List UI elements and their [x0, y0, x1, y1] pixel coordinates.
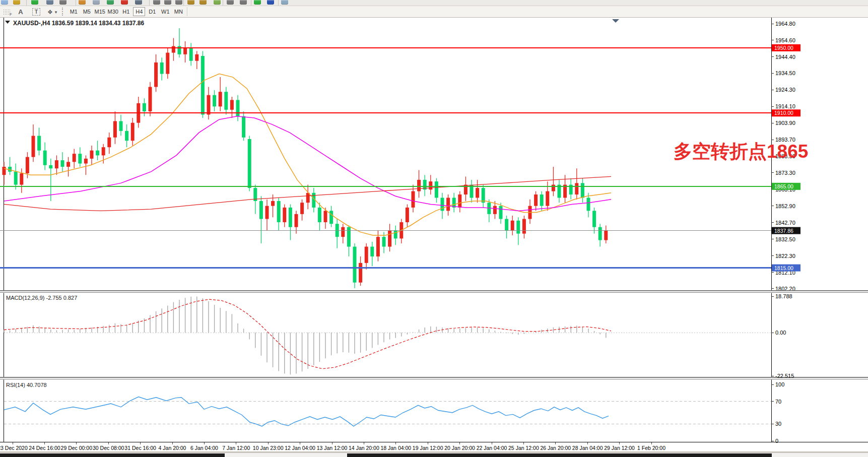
price-tick-label: 1852.90	[775, 203, 795, 209]
time-tick-label: 24 Dec 16:00	[29, 445, 60, 451]
rsi-scale-label: 30	[775, 421, 781, 427]
toolbar-separator	[62, 8, 63, 16]
new-chart-icon[interactable]	[31, 0, 38, 5]
timeframe-bar: M1 M5 M15 M30 H1 H4 D1 W1 MN	[67, 7, 185, 16]
time-tick-label: 28 Jan 04:00	[572, 445, 603, 451]
terminal-icon[interactable]	[135, 0, 142, 5]
stop-icon[interactable]	[121, 0, 128, 5]
search-magnifier-icon[interactable]	[13, 0, 20, 5]
rsi-scale-label: 0	[775, 438, 778, 444]
chart-title: XAUUSD-,H4 1836.59 1839.14 1834.43 1837.…	[13, 20, 145, 27]
tf-m30[interactable]: M30	[107, 7, 119, 16]
tf-h4[interactable]: H4	[133, 7, 145, 16]
price-tick-label: 1903.90	[775, 120, 795, 126]
price-tick-label: 1944.40	[775, 54, 795, 60]
time-tick-label: 25 Jan 12:00	[508, 445, 539, 451]
data-window-icon[interactable]	[281, 0, 288, 5]
objects-tool-icon[interactable]: ❖	[47, 8, 53, 17]
zoom-in-icon[interactable]	[187, 0, 194, 5]
crosshair-icon[interactable]	[164, 0, 171, 5]
toolbar-separator	[187, 7, 188, 16]
profiles-icon[interactable]	[46, 0, 53, 5]
svg-text:1865.00: 1865.00	[774, 183, 793, 189]
rsi-scale-label: 100	[775, 381, 784, 387]
time-tick-label: 29 Jan 12:00	[604, 445, 635, 451]
price-tick-label: 1822.30	[775, 253, 795, 259]
price-tick-label: 1934.50	[775, 70, 795, 76]
time-tick-label: 12 Jan 04:00	[285, 445, 315, 451]
rsi-label: RSI(14) 40.7078	[6, 382, 47, 388]
add-indicator-icon[interactable]	[254, 0, 261, 5]
macd-scale-label: 0.00	[775, 330, 786, 336]
tf-d1[interactable]: D1	[146, 7, 158, 16]
toolbar-timeframes: F A T ❖ ▾ M1 M5 M15 M30 H1 H4 D1 W1 MN	[0, 6, 868, 18]
history-center-icon[interactable]	[79, 0, 86, 5]
expert-advisors-icon[interactable]	[107, 0, 114, 5]
time-tick-label: 31 Dec 16:00	[124, 445, 156, 451]
rsi-scale-label: 70	[775, 399, 781, 405]
price-tick-label: 1964.80	[775, 21, 795, 27]
help-icon[interactable]	[267, 0, 274, 5]
price-tick-label: 1914.10	[775, 103, 795, 109]
taskbar-segment	[0, 453, 225, 457]
strategy-tester-icon[interactable]	[93, 0, 100, 5]
svg-text:1950.00: 1950.00	[774, 45, 793, 51]
price-tick-label: 1842.70	[775, 220, 795, 226]
time-tick-label: 18 Jan 04:00	[380, 445, 411, 451]
time-tick-label: 1 Feb 20:00	[637, 445, 665, 451]
time-tick-label: 6 Jan 04:00	[190, 445, 218, 451]
vertical-line-icon[interactable]	[175, 0, 182, 5]
svg-text:1815.00: 1815.00	[774, 265, 793, 271]
time-tick-label: 14 Jan 20:00	[349, 445, 379, 451]
price-tick-label: 1954.60	[775, 37, 795, 43]
indicator-list-icon[interactable]	[214, 0, 221, 5]
time-tick-label: 10 Jan 23:00	[253, 445, 284, 451]
price-tick-label: 1873.30	[775, 170, 795, 176]
tf-m15[interactable]: M15	[94, 7, 106, 16]
tf-m1[interactable]: M1	[68, 7, 80, 16]
price-tick-label: 1832.50	[775, 236, 795, 242]
time-tick-label: 13 Jan 12:00	[317, 445, 348, 451]
chart-window[interactable]: 1964.801954.601944.401934.501924.301914.…	[0, 0, 868, 457]
time-tick-label: 22 Jan 04:00	[477, 445, 507, 451]
new-order-icon[interactable]	[1, 0, 8, 5]
text-tool-icon[interactable]: A	[15, 8, 26, 17]
macd-scale-label: 18.788	[775, 293, 792, 299]
time-tick-label: 29 Dec 00:00	[61, 445, 93, 451]
time-tick-label: 4 Jan 20:00	[159, 445, 186, 451]
label-tool-icon[interactable]: T	[32, 8, 40, 16]
time-tick-label: 20 Jan 20:00	[444, 445, 475, 451]
svg-text:1910.00: 1910.00	[774, 110, 793, 116]
chart-plot-area[interactable]	[0, 17, 868, 451]
tf-h1[interactable]: H1	[120, 7, 132, 16]
macd-label: MACD(12,26,9) -2.755 0.827	[6, 295, 77, 301]
time-tick-label: 7 Jan 12:00	[222, 445, 250, 451]
chart-annotation[interactable]: 多空转折点1865	[674, 141, 808, 162]
template-grid-icon[interactable]: F	[3, 9, 10, 15]
objects-caret-icon[interactable]: ▾	[55, 8, 57, 17]
time-tick-label: 30 Dec 08:00	[93, 445, 124, 451]
time-tick-label: 26 Jan 20:00	[540, 445, 571, 451]
auto-scroll-icon[interactable]	[240, 0, 247, 5]
tf-w1[interactable]: W1	[159, 7, 171, 16]
svg-text:1837.86: 1837.86	[774, 228, 793, 234]
tf-mn[interactable]: MN	[172, 7, 184, 16]
price-tick-label: 1924.30	[775, 87, 795, 93]
macd-scale-label: -22.515	[775, 373, 794, 379]
mt4-window: { "toolbar": { "row1_icons": [ {"x":2,"n…	[0, 0, 868, 457]
profiles-caret-icon[interactable]	[59, 0, 66, 5]
toolbar-standard	[0, 0, 868, 6]
chart-shift-icon[interactable]	[227, 0, 234, 5]
taskbar-segment	[347, 453, 772, 457]
zoom-out-icon[interactable]	[199, 0, 207, 5]
time-tick-label: 19 Jan 12:00	[413, 445, 443, 451]
cursor-icon[interactable]	[153, 0, 160, 5]
status-bar	[0, 453, 868, 457]
time-tick-label: 23 Dec 2020	[0, 445, 28, 451]
tf-m5[interactable]: M5	[81, 7, 93, 16]
